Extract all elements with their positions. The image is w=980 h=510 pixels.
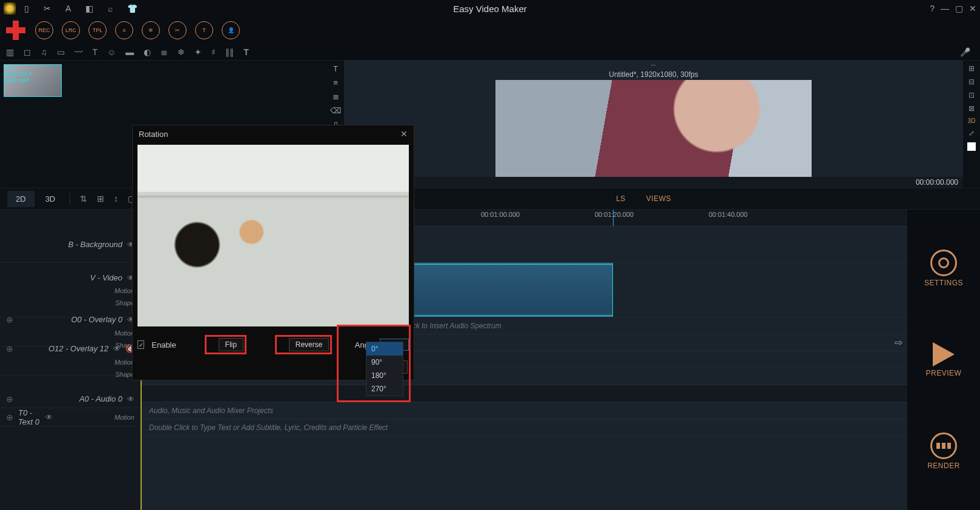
- align-icon[interactable]: ≡: [333, 78, 338, 87]
- visibility-icon[interactable]: 👁: [127, 395, 134, 403]
- playhead[interactable]: [613, 210, 614, 226]
- cut-button[interactable]: ✂: [168, 21, 187, 39]
- kitchen-scene-image: [137, 145, 409, 326]
- dialog-titlebar[interactable]: Rotation ✕: [133, 125, 414, 142]
- add-track-icon[interactable]: ⊕: [6, 394, 13, 404]
- clear-icon[interactable]: ⌫: [330, 106, 341, 115]
- film-icon[interactable]: ▭: [57, 47, 65, 57]
- track-labels: B - Background👁 V - Video👁 Motion Shape …: [0, 210, 141, 510]
- search-icon[interactable]: ⌕: [108, 4, 113, 13]
- gear-icon: [930, 250, 957, 276]
- align2-icon[interactable]: ≣: [333, 92, 339, 101]
- maximize-icon[interactable]: ▢: [955, 4, 963, 13]
- tab-ls[interactable]: LS: [616, 194, 626, 203]
- shirt-icon[interactable]: 👕: [127, 4, 137, 13]
- scissors-icon[interactable]: ✂: [44, 4, 51, 13]
- snowflake-icon[interactable]: ❄: [177, 47, 185, 57]
- user-button[interactable]: 👤: [222, 21, 240, 39]
- enable-checkbox[interactable]: ✓: [137, 340, 144, 349]
- puzzle-icon[interactable]: ✦: [194, 47, 202, 57]
- guide3-icon[interactable]: ⊡: [968, 91, 975, 99]
- guide2-icon[interactable]: ⊟: [968, 78, 975, 86]
- resize-handle[interactable]: ↔: [344, 61, 963, 69]
- font-icon[interactable]: T: [93, 47, 98, 57]
- text-button[interactable]: T: [195, 21, 213, 39]
- help-icon[interactable]: ?: [930, 4, 935, 13]
- enable-label: Enable: [151, 340, 176, 349]
- add-track-icon[interactable]: ⊕: [6, 412, 13, 422]
- tab-3d[interactable]: 3D: [37, 191, 64, 207]
- close-icon[interactable]: ✕: [969, 4, 976, 13]
- sort-icon[interactable]: ⇅: [80, 194, 87, 204]
- angle-option-90[interactable]: 90°: [366, 356, 403, 369]
- tab-2d[interactable]: 2D: [7, 191, 35, 207]
- settings-button[interactable]: SETTINGS: [924, 250, 963, 287]
- track-row-audio0[interactable]: Audio, Music and Audio Mixer Projects: [142, 402, 907, 419]
- window-controls: ? — ▢ ✕: [930, 4, 976, 13]
- preview-side-toolbar: ⊞ ⊟ ⊡ ⊠ 3D ⤢: [963, 61, 980, 188]
- compass-icon[interactable]: A: [65, 4, 71, 13]
- eq-icon[interactable]: ∥∥: [225, 47, 234, 57]
- tab-views[interactable]: VIEWS: [646, 194, 671, 203]
- preview-button[interactable]: PREVIEW: [926, 342, 962, 377]
- angle-option-0[interactable]: 0°: [366, 342, 403, 356]
- contrast-icon[interactable]: ◐: [144, 47, 151, 57]
- emoji-icon[interactable]: ☺: [107, 47, 116, 57]
- list2-icon[interactable]: ≣: [161, 47, 168, 57]
- bigtext-icon[interactable]: T: [243, 47, 249, 57]
- dialog-title: Rotation: [139, 130, 168, 139]
- guide4-icon[interactable]: ⊠: [968, 104, 975, 113]
- track-row-text0[interactable]: Double Click to Type Text or Add Subtitl…: [142, 419, 907, 436]
- dialog-close-icon[interactable]: ✕: [400, 129, 408, 139]
- track-label-overlay12[interactable]: ⊕ O12 - Overlay 12👁🔇 Motion Shape: [0, 346, 141, 376]
- wave-icon[interactable]: 〰: [74, 47, 83, 57]
- layout-icon[interactable]: ▥: [6, 47, 14, 57]
- titlebar-tool-icons: ▯ ✂ A ◧ ⌕ 👕: [24, 4, 137, 13]
- tune-icon[interactable]: ♯: [211, 47, 216, 57]
- music-icon[interactable]: ♫: [41, 47, 47, 57]
- shelf-decoration: [137, 192, 409, 196]
- list-button[interactable]: ≡: [115, 21, 133, 39]
- media-clip-thumb[interactable]: V:1 00:01:23.4 tests.mp4: [4, 64, 62, 97]
- visibility-icon[interactable]: 👁: [113, 345, 121, 353]
- mic-icon[interactable]: 🎤: [960, 47, 970, 57]
- lrc-button[interactable]: LRC: [62, 21, 80, 39]
- bookmark-icon[interactable]: ▯: [24, 4, 29, 13]
- right-action-panel: SETTINGS PREVIEW RENDER: [907, 210, 980, 510]
- visibility-icon[interactable]: 👁: [45, 413, 53, 422]
- add-track-icon[interactable]: ⊕: [6, 344, 13, 354]
- track-label-video[interactable]: V - Video👁 Motion Shape: [0, 263, 141, 317]
- text-tool-icon[interactable]: T: [333, 64, 338, 73]
- project-info: Untitled*, 1920x1080, 30fps: [344, 69, 963, 80]
- track-label-overlay0[interactable]: ⊕ O0 - Overlay 0👁 Motion Shape: [0, 317, 141, 346]
- add-track-icon[interactable]: ⊕: [6, 315, 13, 325]
- add-media-button[interactable]: [5, 19, 27, 41]
- track-spacer: [142, 385, 907, 402]
- effect-button[interactable]: ✲: [142, 21, 160, 39]
- color-swatch[interactable]: [967, 142, 976, 151]
- flip-button[interactable]: Flip: [219, 338, 243, 351]
- columns-icon[interactable]: ◧: [85, 4, 93, 13]
- render-button[interactable]: RENDER: [927, 432, 960, 470]
- minimize-icon[interactable]: —: [941, 4, 949, 13]
- tpl-button[interactable]: TPL: [88, 21, 107, 39]
- reverse-button[interactable]: Reverse: [289, 338, 329, 351]
- updown-icon[interactable]: ↕: [114, 194, 118, 204]
- grid-icon[interactable]: ⊞: [97, 194, 104, 204]
- guide1-icon[interactable]: ⊞: [968, 64, 975, 73]
- track-label-background[interactable]: B - Background👁: [0, 227, 141, 263]
- track-hint: Double Click to Type Text or Add Subtitl…: [149, 423, 388, 432]
- track-label-text0[interactable]: ⊕ T0 - Text 0👁 Motion: [0, 408, 141, 426]
- preview-video[interactable]: [495, 80, 812, 177]
- battery-icon[interactable]: ▬: [125, 47, 134, 57]
- angle-option-180[interactable]: 180°: [366, 369, 403, 382]
- rec-button[interactable]: REC: [35, 21, 53, 39]
- expand-arrow-icon[interactable]: ⇨: [895, 337, 902, 348]
- preview-timecode: 00:00:00.000: [344, 177, 963, 188]
- expand-icon[interactable]: ⤢: [968, 129, 975, 137]
- camera-icon[interactable]: ◻: [24, 47, 31, 57]
- angle-dropdown[interactable]: 0° 90° 180° 270°: [366, 342, 403, 396]
- mode-3d-icon[interactable]: 3D: [968, 118, 976, 124]
- angle-option-270[interactable]: 270°: [366, 382, 403, 396]
- track-label-audio0[interactable]: ⊕ A0 - Audio 0👁: [0, 390, 141, 408]
